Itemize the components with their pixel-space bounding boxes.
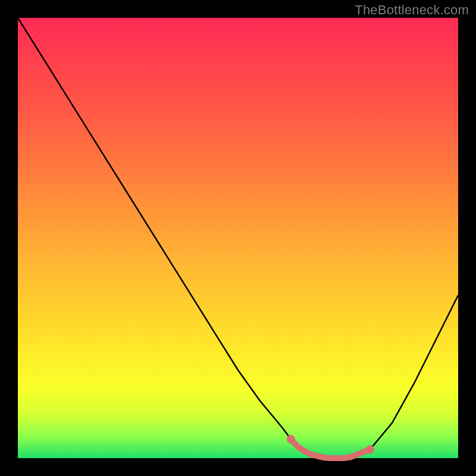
highlight-segment xyxy=(291,439,370,458)
highlight-dot-right xyxy=(366,445,374,453)
chart-frame: TheBottleneck.com xyxy=(0,0,476,476)
highlight-dot-left xyxy=(287,435,295,443)
bottleneck-curve xyxy=(18,18,458,458)
plot-area xyxy=(18,18,458,458)
watermark-text: TheBottleneck.com xyxy=(355,2,469,18)
curve-layer xyxy=(18,18,458,458)
